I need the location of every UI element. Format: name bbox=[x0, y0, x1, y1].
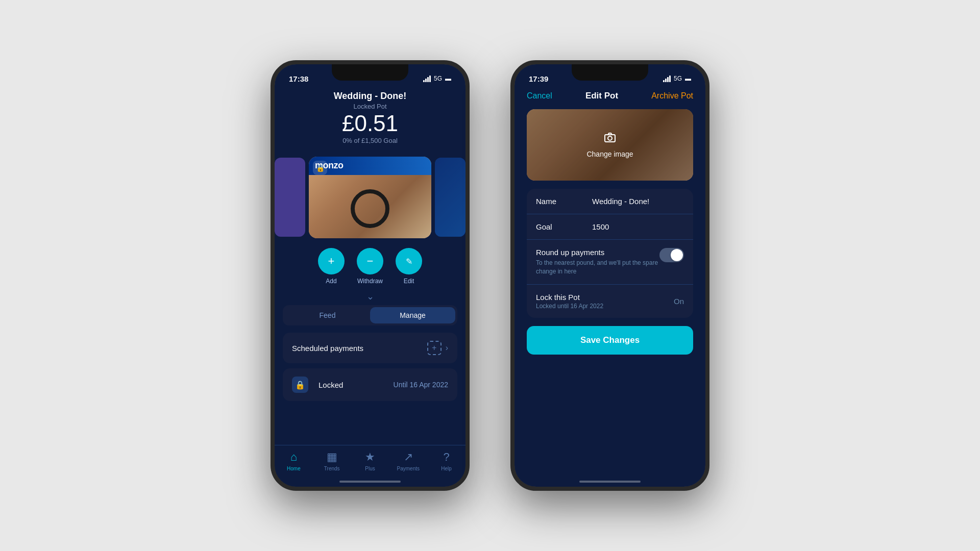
change-image-overlay: Change image bbox=[527, 109, 693, 181]
edit-button[interactable]: ✎ Edit bbox=[396, 248, 422, 285]
add-icon: + bbox=[318, 248, 345, 274]
locked-label: Locked bbox=[318, 381, 343, 389]
archive-pot-button[interactable]: Archive Pot bbox=[651, 91, 693, 101]
change-image-label: Change image bbox=[586, 150, 633, 158]
withdraw-button[interactable]: − Withdraw bbox=[357, 248, 383, 285]
home-icon: ⌂ bbox=[290, 450, 297, 464]
battery-icon-2: ▬ bbox=[685, 75, 691, 82]
list-section: Scheduled payments + › 🔒 Locked Until 16… bbox=[275, 329, 465, 405]
nav-help[interactable]: ? Help bbox=[427, 450, 465, 471]
withdraw-icon: − bbox=[357, 248, 383, 274]
monzo-banner: monzo bbox=[309, 157, 431, 175]
tab-feed[interactable]: Feed bbox=[285, 307, 370, 323]
add-scheduled-icon[interactable]: + bbox=[427, 341, 442, 355]
pot-image-area[interactable]: Change image bbox=[527, 109, 693, 181]
phone-1: 17:38 5G ▬ Wedding - Done! Locked Pot £0… bbox=[271, 60, 470, 491]
edit-icon: ✎ bbox=[396, 248, 422, 274]
goal-value[interactable]: 1500 bbox=[592, 222, 684, 231]
home-indicator-2 bbox=[579, 481, 641, 483]
home-label: Home bbox=[287, 466, 301, 471]
save-changes-button[interactable]: Save Changes bbox=[527, 326, 693, 355]
pot-goal: 0% of £1,500 Goal bbox=[285, 137, 455, 144]
network-label-2: 5G bbox=[674, 75, 682, 82]
round-up-title: Round up payments bbox=[536, 248, 659, 257]
network-label-1: 5G bbox=[434, 75, 442, 82]
help-label: Help bbox=[441, 466, 452, 471]
image-carousel: monzo 🔒 bbox=[275, 153, 465, 242]
lock-icon: 🔒 bbox=[292, 377, 308, 393]
pot-title: Wedding - Done! bbox=[285, 91, 455, 102]
nav-home[interactable]: ⌂ Home bbox=[275, 450, 313, 471]
phone-2: 17:39 5G ▬ Cancel Edit Pot Archive Pot bbox=[510, 60, 709, 491]
lock-row-info: Lock this Pot Locked until 16 Apr 2022 bbox=[536, 293, 674, 310]
name-value[interactable]: Wedding - Done! bbox=[592, 197, 684, 206]
home-indicator bbox=[339, 481, 401, 483]
pot-header: Wedding - Done! Locked Pot £0.51 0% of £… bbox=[275, 87, 465, 151]
plus-icon: ★ bbox=[365, 450, 375, 464]
edit-label: Edit bbox=[404, 278, 414, 285]
goal-row: Goal 1500 bbox=[527, 214, 693, 240]
tabs: Feed Manage bbox=[283, 305, 457, 325]
pot-amount: £0.51 bbox=[285, 112, 455, 135]
nav-plus[interactable]: ★ Plus bbox=[351, 450, 389, 471]
camera-icon bbox=[604, 132, 616, 147]
carousel-center-card[interactable]: monzo 🔒 bbox=[309, 157, 431, 238]
lock-row-subtitle: Locked until 16 Apr 2022 bbox=[536, 303, 674, 310]
action-buttons: + Add − Withdraw ✎ Edit bbox=[275, 242, 465, 289]
signal-icon-2 bbox=[663, 76, 671, 82]
amount-decimal: .51 bbox=[367, 111, 398, 136]
add-label: Add bbox=[326, 278, 336, 285]
locked-item: 🔒 Locked Until 16 Apr 2022 bbox=[283, 368, 457, 401]
scheduled-payments-left: Scheduled payments bbox=[292, 344, 363, 353]
trends-icon: ▦ bbox=[327, 450, 337, 464]
cancel-button[interactable]: Cancel bbox=[527, 91, 552, 101]
lock-row: Lock this Pot Locked until 16 Apr 2022 O… bbox=[527, 285, 693, 318]
payments-label: Payments bbox=[397, 466, 420, 471]
status-time-1: 17:38 bbox=[289, 74, 308, 83]
edit-header: Cancel Edit Pot Archive Pot bbox=[514, 87, 705, 109]
amount-integer: 0 bbox=[354, 111, 366, 136]
status-icons-1: 5G ▬ bbox=[423, 75, 451, 82]
toggle-knob bbox=[671, 249, 683, 261]
pot-lock-overlay: 🔒 bbox=[313, 161, 327, 175]
goal-label: Goal bbox=[536, 222, 592, 231]
withdraw-label: Withdraw bbox=[357, 278, 383, 285]
round-up-toggle[interactable] bbox=[659, 248, 684, 262]
lock-row-title: Lock this Pot bbox=[536, 293, 674, 302]
status-icons-2: 5G ▬ bbox=[663, 75, 691, 82]
pot-subtitle: Locked Pot bbox=[285, 103, 455, 110]
scheduled-payments-label: Scheduled payments bbox=[292, 344, 363, 353]
nav-payments[interactable]: ↗ Payments bbox=[389, 450, 427, 471]
round-up-row: Round up payments To the nearest pound, … bbox=[527, 240, 693, 285]
add-button[interactable]: + Add bbox=[318, 248, 345, 285]
locked-date: Until 16 Apr 2022 bbox=[394, 381, 448, 389]
carousel-left-card bbox=[275, 158, 305, 237]
name-label: Name bbox=[536, 197, 592, 206]
signal-icon bbox=[423, 76, 431, 82]
plus-label: Plus bbox=[365, 466, 375, 471]
help-icon: ? bbox=[443, 450, 449, 464]
scheduled-payments-icons: + › bbox=[427, 341, 448, 355]
nav-trends[interactable]: ▦ Trends bbox=[313, 450, 351, 471]
edit-pot-title: Edit Pot bbox=[585, 91, 618, 101]
round-up-desc: To the nearest pound, and we'll put the … bbox=[536, 259, 659, 276]
ring-image bbox=[309, 175, 431, 238]
locked-item-left: 🔒 Locked bbox=[292, 377, 343, 393]
status-time-2: 17:39 bbox=[529, 74, 548, 83]
svg-point-1 bbox=[608, 136, 612, 140]
notch-2 bbox=[572, 64, 648, 81]
edit-form: Name Wedding - Done! Goal 1500 Round up … bbox=[527, 189, 693, 318]
tab-manage[interactable]: Manage bbox=[370, 307, 455, 323]
round-up-info: Round up payments To the nearest pound, … bbox=[536, 248, 659, 276]
scheduled-payments-item[interactable]: Scheduled payments + › bbox=[283, 333, 457, 363]
trends-label: Trends bbox=[324, 466, 340, 471]
payments-icon: ↗ bbox=[404, 450, 413, 464]
battery-icon-1: ▬ bbox=[445, 75, 451, 82]
carousel-right-card bbox=[435, 158, 465, 237]
name-row: Name Wedding - Done! bbox=[527, 189, 693, 214]
chevron-down-icon: ⌄ bbox=[275, 291, 465, 302]
notch bbox=[332, 64, 408, 81]
lock-status: On bbox=[674, 297, 684, 306]
chevron-right-icon: › bbox=[446, 343, 448, 353]
currency-symbol: £ bbox=[342, 111, 354, 136]
